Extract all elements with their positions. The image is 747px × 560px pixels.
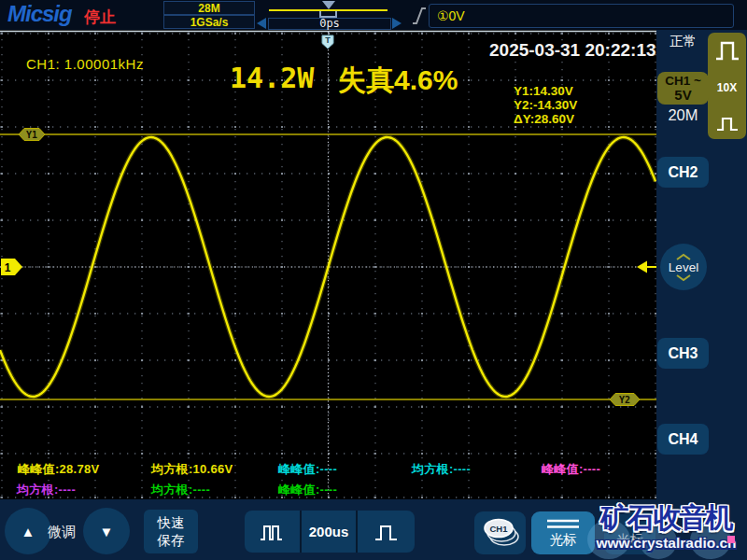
quick-save-button[interactable]: 快速 保存	[144, 510, 198, 553]
level-button-label: Level	[669, 260, 698, 274]
triangle-down-icon: ▼	[100, 524, 114, 539]
measurement-item: 均方根:----	[151, 482, 210, 498]
cursor-y2-value: Y2:-14.30V	[514, 98, 577, 112]
trigger-source-ch1-icon: CH1	[479, 516, 522, 550]
cursor-button2-label: 光标	[617, 532, 643, 549]
memory-depth-value: 28M	[163, 1, 255, 15]
channel1-scale: 5V	[657, 88, 709, 102]
measurement-item: 均方根:----	[412, 461, 471, 478]
cursor-lines-icon	[544, 518, 582, 529]
oscilloscope-screen: Micsig 停止 28M 1GSa/s 0ps ①0V Y1	[0, 0, 747, 560]
bandwidth-limit-label: 20M	[657, 106, 709, 124]
timebase-zoom-out-button[interactable]	[245, 511, 300, 553]
cursor-button-label: 光标	[550, 531, 577, 549]
top-status-bar: Micsig 停止 28M 1GSa/s 0ps ①0V	[0, 0, 747, 30]
channel-sidebar: 正常 10X CH1 ~ 5V 20M CH2 Level CH3 CH4	[656, 30, 747, 499]
trigger-level-button[interactable]: Level	[660, 244, 707, 290]
trigger-slope-icon[interactable]	[411, 5, 428, 27]
probe-attenuation-panel[interactable]: 10X	[708, 33, 746, 139]
distortion-readout: 失真4.6%	[338, 62, 458, 100]
chevron-down-icon	[675, 274, 692, 282]
cursor-values-readout: Y1:14.30V Y2:-14.30V ΔY:28.60V	[514, 84, 577, 126]
trigger-level-value: ①0V	[437, 8, 465, 23]
pulse-double-icon	[260, 521, 286, 543]
probe-attenuation-value: 10X	[717, 81, 737, 94]
fine-tune-label: 微调	[48, 524, 76, 541]
cursor-y2-tag-label: Y2	[619, 395, 630, 405]
chevron-up-icon	[675, 253, 692, 260]
watermark-pink-square	[727, 536, 735, 543]
channel1-marker-label: 1	[5, 261, 11, 274]
channel3-button[interactable]: CH3	[657, 338, 709, 369]
trigger-delay-value[interactable]: 0ps	[268, 18, 391, 30]
svg-text:CH1: CH1	[489, 524, 508, 534]
measurement-row-2: 均方根:----均方根:----峰峰值:----	[0, 482, 656, 497]
watermark-bubble	[690, 522, 731, 559]
measurement-row-1: 峰峰值:28.78V均方根:10.66V峰峰值:----均方根:----峰峰值:…	[0, 461, 656, 476]
measurement-item: 峰峰值:----	[278, 461, 337, 478]
cursor-y1-value: Y1:14.30V	[514, 84, 577, 98]
trigger-source-button[interactable]: CH1	[474, 511, 526, 554]
cursor-button-secondary[interactable]: 光标	[604, 511, 655, 554]
cursor-dy-value: ΔY:28.60V	[514, 112, 577, 126]
datetime-readout: 2025-03-31 20:22:13	[489, 40, 656, 61]
pulse-high-icon	[714, 39, 740, 62]
measurement-item: 峰峰值:----	[278, 482, 337, 498]
trigger-info-box[interactable]: ①0V	[429, 4, 734, 28]
timebase-control-group: 200us	[245, 511, 415, 553]
power-readout: 14.2W	[230, 62, 314, 94]
ch1-frequency-readout: CH1: 1.00001kHz	[26, 56, 144, 72]
pulse-single-icon	[374, 521, 400, 543]
pulse-low-icon	[715, 114, 740, 133]
measurement-item: 峰峰值:----	[542, 461, 600, 478]
trigger-mode-label: 正常	[669, 33, 697, 50]
trigger-time-marker-label: T	[325, 35, 331, 45]
quick-save-label-line1: 快速	[158, 514, 185, 532]
trigger-level-arrow[interactable]	[637, 261, 647, 273]
measurement-item: 均方根:10.66V	[151, 461, 233, 478]
channel1-label: CH1 ~	[657, 74, 709, 88]
cursor-button-active[interactable]: 光标	[531, 511, 595, 554]
cursor-y1-tag-label: Y1	[26, 130, 37, 140]
trigger-position-marker-icon[interactable]	[322, 1, 335, 9]
channel1-button[interactable]: CH1 ~ 5V	[657, 72, 709, 105]
timebase-value[interactable]: 200us	[300, 511, 358, 553]
scroll-left-icon[interactable]	[257, 18, 266, 29]
triangle-up-icon: ▲	[21, 524, 35, 539]
quick-save-label-line2: 保存	[158, 532, 185, 550]
run-state-label: 停止	[84, 7, 116, 28]
measurement-item: 峰峰值:28.78V	[18, 461, 100, 478]
bottom-toolbar: ▲ 微调 ▼ 快速 保存 200us	[0, 499, 747, 560]
fine-tune-up-button[interactable]: ▲	[5, 508, 51, 554]
brand-logo: Micsig	[7, 1, 72, 27]
fine-tune-down-button[interactable]: ▼	[83, 508, 130, 554]
channel2-button[interactable]: CH2	[657, 157, 709, 188]
channel4-button[interactable]: CH4	[657, 424, 709, 455]
acquisition-info-box[interactable]: 28M 1GSa/s	[163, 1, 255, 29]
measurement-item: 均方根:----	[17, 482, 76, 498]
scroll-right-icon[interactable]	[392, 18, 402, 29]
sample-rate-value: 1GSa/s	[163, 15, 255, 29]
timebase-zoom-in-button[interactable]	[358, 511, 415, 553]
waveform-display[interactable]: Y1 Y2 1 T CH1: 1.00001kHz 14.2W 失真4.6% 2…	[0, 30, 656, 499]
